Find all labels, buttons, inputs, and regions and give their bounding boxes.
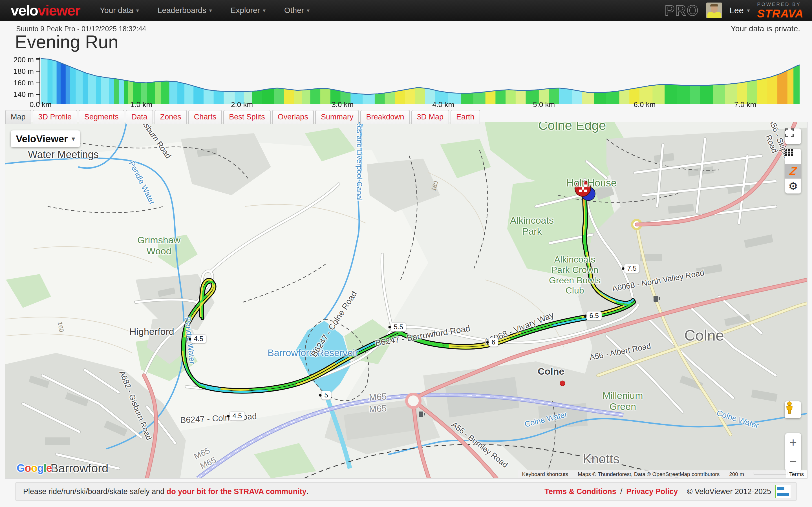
pro-badge: PRO <box>665 2 699 19</box>
x-axis-tick: 2.0 km <box>231 100 253 109</box>
x-axis-tick: 4.0 km <box>432 100 454 109</box>
tab-data[interactable]: Data <box>126 110 153 124</box>
x-axis-tick: 0.0 km <box>30 100 52 109</box>
map-terms-link[interactable]: Terms <box>786 470 807 478</box>
km-marker-6: 6 <box>488 338 498 347</box>
nav-item-your-data[interactable]: Your data▾ <box>100 6 139 15</box>
scale-label: 200 m <box>729 471 744 477</box>
colne-town-dot <box>560 381 565 386</box>
km-marker-6.5: 6.5 <box>586 311 602 320</box>
map-attribution: Keyboard shortcuts Maps © Thunderforest,… <box>518 470 792 478</box>
user-name: Lee <box>729 6 744 15</box>
gear-icon: ⚙ <box>788 181 798 191</box>
logo-velo: velo <box>11 2 38 19</box>
privacy-note: Your data is private. <box>731 24 800 33</box>
grid-icon <box>785 149 793 157</box>
chevron-down-icon: ▾ <box>263 7 266 14</box>
chevron-down-icon: ▾ <box>307 7 310 14</box>
google-logo[interactable]: Google <box>17 462 52 474</box>
nav-right: PRO Lee ▾ POWERED BY STRAVA <box>665 0 804 21</box>
map-settings-button[interactable]: ⚙ <box>785 179 801 193</box>
chevron-down-icon: ▾ <box>209 7 212 14</box>
map-base-svg <box>5 122 807 478</box>
copyright: © VeloViewer 2012-2025 <box>687 487 771 496</box>
strava-community-link[interactable]: do your bit for the STRAVA community <box>167 487 306 496</box>
nav-item-explorer[interactable]: Explorer▾ <box>231 6 266 15</box>
km-marker-4.5: 4.5 <box>229 411 245 420</box>
fullscreen-icon <box>785 128 794 137</box>
fullscreen-button[interactable] <box>785 128 801 144</box>
tab-charts[interactable]: Charts <box>188 110 222 124</box>
zoom-control: + − <box>785 433 801 471</box>
x-axis-tick: 5.0 km <box>533 100 555 109</box>
top-nav: veloviewer Your data▾Leaderboards▾Explor… <box>0 0 812 21</box>
chevron-down-icon: ▾ <box>72 135 75 143</box>
page-title: Evening Run <box>15 32 118 52</box>
avatar[interactable] <box>706 3 722 18</box>
km-marker-5: 5 <box>321 391 331 400</box>
x-axis-tick: 3.0 km <box>332 100 354 109</box>
tab-summary[interactable]: Summary <box>315 110 359 124</box>
safety-message: Please ride/run/ski/board/skate safely a… <box>23 487 308 496</box>
user-menu[interactable]: Lee ▾ <box>729 6 750 15</box>
privacy-policy-link[interactable]: Privacy Policy <box>626 487 678 496</box>
zoom-out-button[interactable]: − <box>785 452 801 471</box>
zoom-in-button[interactable]: + <box>785 433 801 452</box>
map-overlay-controls: Z ⚙ <box>785 149 801 193</box>
scale-bar <box>754 472 788 475</box>
powered-by-strava[interactable]: POWERED BY STRAVA <box>757 2 804 19</box>
pegman-button[interactable] <box>784 401 801 418</box>
logo-viewer: viewer <box>38 2 80 19</box>
tab-overlaps[interactable]: Overlaps <box>272 110 314 124</box>
x-axis-tick: 7.0 km <box>734 100 756 109</box>
tab-map[interactable]: Map <box>5 110 31 124</box>
nav-menu: Your data▾Leaderboards▾Explorer▾Other▾ <box>100 6 310 15</box>
y-axis-tick: 180 m <box>13 67 34 76</box>
grid-overlay-button[interactable] <box>785 149 801 164</box>
nav-item-other[interactable]: Other▾ <box>284 6 310 15</box>
tab-segments[interactable]: Segments <box>79 110 124 124</box>
km-marker-7.5: 7.5 <box>624 264 640 273</box>
tab-zones[interactable]: Zones <box>154 110 187 124</box>
x-axis-tick: 6.0 km <box>633 100 656 109</box>
map-copyright[interactable]: Maps © Thunderforest, Data © OpenStreetM… <box>578 471 719 477</box>
map-canvas[interactable]: Water MeetingsHigherfordBarrowfordColneC… <box>5 122 808 478</box>
veloviewer-logo[interactable]: veloviewer <box>11 2 80 19</box>
x-axis-tick: 1.0 km <box>130 100 152 109</box>
nav-item-leaderboards[interactable]: Leaderboards▾ <box>158 6 212 15</box>
tab-3d-map[interactable]: 3D Map <box>411 110 449 124</box>
keyboard-shortcuts-link[interactable]: Keyboard shortcuts <box>522 471 568 477</box>
tab-3d-profile[interactable]: 3D Profile <box>33 110 78 124</box>
tab-best-splits[interactable]: Best Splits <box>223 110 271 124</box>
terms-conditions-link[interactable]: Terms & Conditions <box>545 487 616 496</box>
km-marker-4.5: 4.5 <box>191 334 206 343</box>
zwift-icon: Z <box>789 165 797 177</box>
km-marker-5.5: 5.5 <box>391 323 406 332</box>
chevron-down-icon: ▾ <box>747 7 750 14</box>
stats-badge-icon[interactable] <box>775 485 791 498</box>
strava-logo: STRAVA <box>757 8 804 19</box>
map-layer-label: VeloViewer <box>16 133 68 145</box>
zwift-overlay-button[interactable]: Z <box>785 164 801 179</box>
y-axis-tick: 140 m <box>13 90 34 99</box>
pegman-icon <box>784 401 794 414</box>
powered-by-label: POWERED BY <box>757 2 801 7</box>
y-axis-tick: 200 m <box>13 55 34 64</box>
y-axis-tick: 160 m <box>13 78 34 87</box>
tab-breakdown[interactable]: Breakdown <box>360 110 410 124</box>
activity-tabs: Map3D ProfileSegmentsDataZonesChartsBest… <box>5 110 480 124</box>
chevron-down-icon: ▾ <box>136 7 139 14</box>
veloviewer-activity-page: 200 m180 m160 m140 m0.0 km1.0 km2.0 km3.… <box>0 0 812 507</box>
tab-earth[interactable]: Earth <box>451 110 480 124</box>
map-layer-dropdown[interactable]: VeloViewer ▾ <box>11 130 80 147</box>
footer-bar: Please ride/run/ski/board/skate safely a… <box>15 482 797 501</box>
